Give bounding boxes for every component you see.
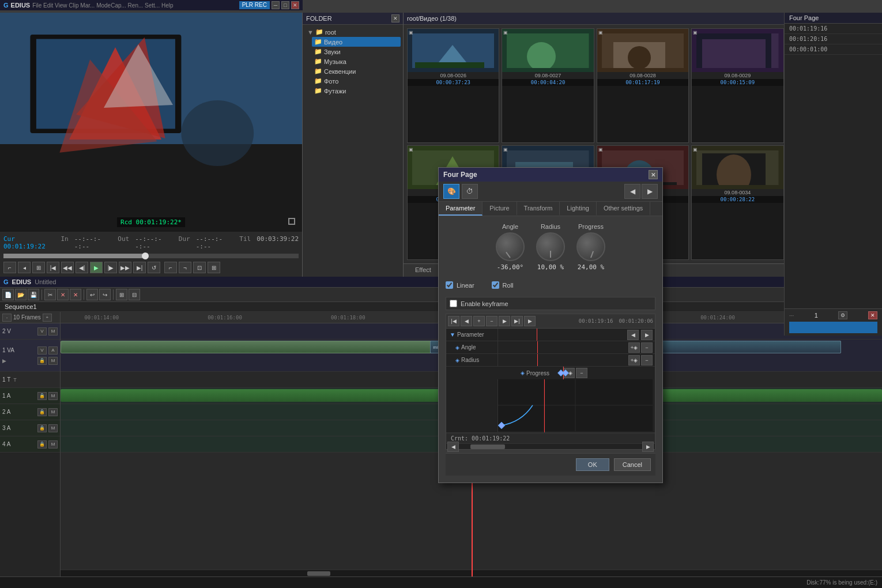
kf-last-btn[interactable]: ▶| <box>511 316 523 326</box>
info-blue-bar[interactable] <box>789 322 877 333</box>
clip-0029[interactable]: ▣ 09.08-0029 00:00:15:09 <box>691 28 783 143</box>
snap-btn[interactable]: ⊞ <box>32 262 45 273</box>
kf-curve-area[interactable] <box>498 379 653 432</box>
prev-frame-btn[interactable]: |◀ <box>47 262 59 273</box>
dialog-clock-btn[interactable]: ⏱ <box>462 184 478 199</box>
dialog-tab-parameter[interactable]: Parameter <box>439 202 483 216</box>
linear-checkbox[interactable] <box>446 281 453 289</box>
1va-v-btn[interactable]: V <box>37 346 47 355</box>
2v-mute-btn[interactable]: M <box>48 327 58 336</box>
kf-first-btn[interactable]: |◀ <box>448 316 459 326</box>
folder-close-btn[interactable]: ✕ <box>391 14 399 22</box>
kf-add-btn[interactable]: + <box>473 316 485 326</box>
2a-lock-btn[interactable]: 🔒 <box>37 408 47 416</box>
kf-param-collapse-btn[interactable]: ▶ <box>641 330 653 340</box>
tl-open-btn[interactable]: 📂 <box>15 289 27 300</box>
minimize-btn[interactable]: ─ <box>272 1 280 9</box>
play-btn[interactable]: ▶ <box>90 262 103 273</box>
tl-del-btn[interactable]: ✕ <box>70 289 81 300</box>
clip-0034[interactable]: ▣ 09.08-0034 00:00:28:22 <box>691 145 783 260</box>
timeline-scrollbar[interactable] <box>61 570 882 576</box>
1a-mute-btn[interactable]: M <box>48 392 58 400</box>
maximize-btn[interactable]: □ <box>281 1 289 9</box>
prev-edit-btn[interactable]: ◀| <box>76 262 88 273</box>
tl-new-btn[interactable]: 📄 <box>2 289 14 300</box>
dialog-paint-btn[interactable]: 🎨 <box>443 184 459 199</box>
mode-btn[interactable]: ⊡ <box>193 262 206 273</box>
folder-item-sounds[interactable]: 📁 Звуки <box>312 47 401 56</box>
kf-angle-add-btn[interactable]: +◈ <box>628 342 640 353</box>
clip-0026[interactable]: ▣ 09.08-0026 00:00:37:23 <box>407 28 499 143</box>
dialog-tab-other[interactable]: Other settings <box>597 202 650 216</box>
tl-save-btn[interactable]: 💾 <box>28 289 39 300</box>
2v-lock-btn[interactable]: V <box>37 327 47 336</box>
dialog-tab-picture[interactable]: Picture <box>483 202 517 216</box>
folder-item-video[interactable]: 📁 Видео <box>312 37 401 47</box>
scrollbar-thumb[interactable] <box>307 571 330 576</box>
folder-item-music[interactable]: 📁 Музыка <box>312 56 401 66</box>
tl-split-btn[interactable]: ✕ <box>57 289 69 300</box>
kf-next-btn[interactable]: ▶ <box>499 316 510 326</box>
radius-knob[interactable] <box>536 232 565 261</box>
tl-redo-btn[interactable]: ↪ <box>99 289 111 300</box>
tl-ripple-btn[interactable]: ⊞ <box>116 289 127 300</box>
kf-scrollbar-thumb[interactable] <box>470 444 505 449</box>
mark-out2-btn[interactable]: ¬ <box>179 262 191 273</box>
dialog-next-btn[interactable]: ▶ <box>642 184 658 199</box>
mark-out-btn[interactable]: ⌐ <box>164 262 177 273</box>
4a-lock-btn[interactable]: 🔒 <box>37 440 47 448</box>
zoom-in-btn[interactable]: + <box>43 314 52 322</box>
loop-btn[interactable]: ↺ <box>148 262 160 273</box>
folder-item-photos[interactable]: 📁 Фото <box>312 76 401 86</box>
3a-lock-btn[interactable]: 🔒 <box>37 424 47 432</box>
mark-prev-btn[interactable]: ◂ <box>18 262 31 273</box>
kf-scroll-right-btn[interactable]: ▶ <box>642 442 654 452</box>
info-close-btn[interactable]: ✕ <box>868 311 877 319</box>
clip-0027[interactable]: ▣ 09.08-0027 00:00:04:20 <box>502 28 594 143</box>
rewind-btn[interactable]: ◀◀ <box>61 262 74 273</box>
folder-item-sequences[interactable]: 📁 Секвенции <box>312 66 401 76</box>
kf-play-btn[interactable]: ▶ <box>524 316 536 326</box>
kf-param-expand-icon[interactable]: ▼ <box>450 331 455 338</box>
1va-lock-btn[interactable]: 🔒 <box>37 357 47 365</box>
kf-angle-del-btn[interactable]: − <box>641 342 653 353</box>
kf-progress-del-btn[interactable]: − <box>576 368 587 378</box>
2a-mute-btn[interactable]: M <box>48 408 58 416</box>
tl-undo-btn[interactable]: ↩ <box>86 289 98 300</box>
seekbar[interactable] <box>3 254 299 258</box>
kf-prev-btn[interactable]: ◀ <box>461 316 472 326</box>
next-frame-btn[interactable]: ▶| <box>133 262 146 273</box>
1va-mute-btn[interactable]: M <box>48 357 58 365</box>
1a-lock-btn[interactable]: 🔒 <box>37 392 47 400</box>
kf-angle-area[interactable] <box>498 341 628 353</box>
kf-del-btn[interactable]: − <box>486 316 497 326</box>
kf-radius-add-btn[interactable]: +◈ <box>628 355 640 365</box>
four-page-dialog[interactable]: Four Page ✕ 🎨 ⏱ ◀ ▶ Parameter Picture Tr… <box>438 167 663 483</box>
dialog-prev-btn[interactable]: ◀ <box>624 184 640 199</box>
kf-param-area[interactable] <box>498 329 627 341</box>
dialog-ok-btn[interactable]: OK <box>576 458 609 471</box>
tab-effect[interactable]: Effect <box>408 264 438 277</box>
folder-item-footage[interactable]: 📁 Футажи <box>312 86 401 96</box>
4a-mute-btn[interactable]: M <box>48 440 58 448</box>
dialog-tab-transform[interactable]: Transform <box>517 202 560 216</box>
kf-scroll-left-btn[interactable]: ◀ <box>447 442 459 452</box>
kf-radius-del-btn[interactable]: − <box>641 355 653 365</box>
close-btn[interactable]: ✕ <box>291 1 299 9</box>
next-edit-btn[interactable]: |▶ <box>104 262 117 273</box>
roll-checkbox[interactable] <box>492 281 499 289</box>
enable-keyframe-checkbox[interactable] <box>450 300 457 307</box>
1va-a-btn[interactable]: A <box>48 346 58 355</box>
expand-btn[interactable]: ⊞ <box>208 262 220 273</box>
kf-radius-area[interactable] <box>498 354 628 366</box>
kf-scrollbar-h[interactable]: ◀ ▶ <box>446 443 655 449</box>
dialog-close-btn[interactable]: ✕ <box>649 170 658 179</box>
3a-mute-btn[interactable]: M <box>48 424 58 432</box>
info-settings-btn[interactable]: ⚙ <box>838 311 847 319</box>
dialog-cancel-btn[interactable]: Cancel <box>614 458 651 471</box>
clip-0028[interactable]: ▣ 09.08-0028 00:01:17:19 <box>597 28 689 143</box>
angle-knob[interactable] <box>496 232 525 261</box>
kf-param-expand-btn[interactable]: ◀ <box>627 330 639 340</box>
zoom-out-btn[interactable]: - <box>2 314 12 322</box>
tl-sync-btn[interactable]: ⊟ <box>129 289 140 300</box>
